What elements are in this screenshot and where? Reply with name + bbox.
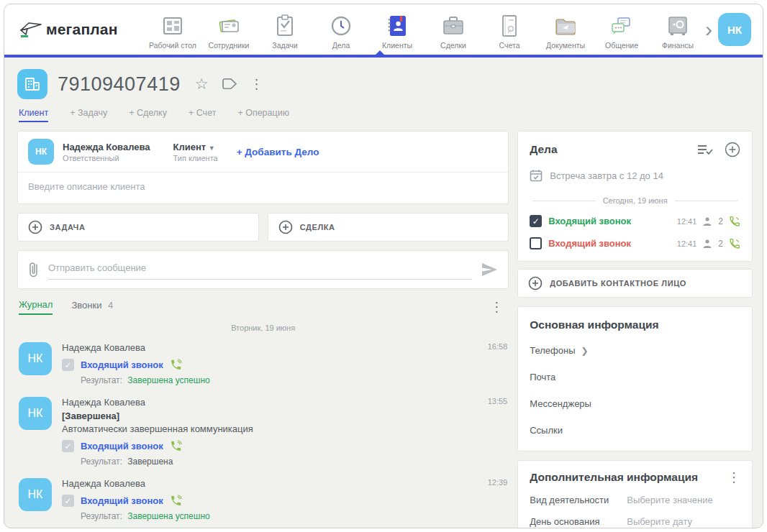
responsible-role-label: Ответственный (63, 154, 150, 162)
avatar[interactable]: НК (19, 397, 52, 430)
add-task-label: ЗАДАЧА (50, 223, 85, 231)
entry-status: [Завершена] (62, 411, 507, 421)
nav-item-finance[interactable]: Финансы (652, 9, 704, 50)
feed-tab-calls-label: Звонки (71, 300, 101, 311)
nav-item-affairs[interactable]: Дела (315, 9, 367, 50)
avatar[interactable]: НК (19, 478, 52, 511)
today-divider: Сегодня, 19 июня (532, 196, 738, 205)
dashboard-icon (160, 14, 186, 38)
add-task-button[interactable]: ЗАДАЧА (17, 213, 259, 242)
nav-label: Финансы (662, 41, 694, 50)
result-label: Результат: (81, 511, 122, 521)
entry-author[interactable]: Надежда Ковалева (62, 342, 145, 353)
phone-icon[interactable] (170, 495, 182, 507)
nav-item-documents[interactable]: Документы (540, 9, 591, 50)
dela-checkbox-checked[interactable]: ✓ (530, 215, 542, 227)
call-checkbox[interactable]: ✓ (62, 495, 74, 507)
incoming-call-link[interactable]: Входящий звонок (81, 495, 163, 506)
entry-author[interactable]: Надежда Ковалева (62, 397, 145, 408)
feed-tab-calls[interactable]: Звонки 4 (71, 300, 113, 314)
nav-label: Счета (499, 41, 520, 50)
entry-author[interactable]: Надежда Ковалева (62, 478, 145, 489)
entity-tabs: Клиент + Задачу + Сделку + Счет + Операц… (19, 108, 753, 122)
incoming-call-missed-link[interactable]: Входящий звонок (548, 238, 631, 249)
phone-icon[interactable] (729, 216, 740, 227)
phone-icon[interactable] (729, 238, 740, 249)
nav-label: Общение (605, 41, 638, 50)
phone-icon[interactable] (170, 440, 182, 452)
incoming-call-link[interactable]: Входящий звонок (81, 359, 163, 370)
extra-row-label: Вид деятельности (530, 495, 627, 505)
tab-add-deal[interactable]: + Сделку (129, 108, 167, 122)
tab-client[interactable]: Клиент (19, 108, 48, 122)
call-checkbox[interactable]: ✓ (62, 359, 74, 371)
nav-item-communication[interactable]: Общение (596, 9, 648, 50)
tab-add-task[interactable]: + Задачу (70, 108, 107, 122)
client-description-placeholder[interactable]: Введите описание клиента (18, 172, 508, 203)
meeting-quick-input[interactable]: Встреча завтра с 12 до 14 (530, 169, 740, 182)
dela-checkbox-unchecked[interactable] (530, 237, 542, 249)
plus-circle-icon (528, 276, 543, 290)
dela-time: 12:41 (677, 217, 697, 226)
tab-add-invoice[interactable]: + Счет (189, 108, 216, 122)
extra-row-value-placeholder[interactable]: Выберите дату (627, 516, 692, 527)
add-deal-button[interactable]: СДЕЛКА (268, 213, 509, 242)
send-icon[interactable] (481, 262, 498, 277)
client-type-dropdown[interactable]: Клиент ▼ (173, 142, 218, 152)
extra-row-value-placeholder[interactable]: Выберите значение (627, 495, 712, 505)
employees-icon (216, 14, 242, 38)
message-input[interactable] (48, 260, 472, 280)
megaplan-logo[interactable]: мегаплан (19, 20, 141, 39)
incoming-call-done-link[interactable]: Входящий звонок (548, 216, 631, 226)
info-row-links[interactable]: Ссылки (530, 417, 740, 444)
call-checkbox[interactable]: ✓ (62, 440, 74, 452)
list-check-icon[interactable] (697, 144, 713, 155)
info-row-label: Почта (530, 372, 555, 382)
nav-accent-line (4, 55, 763, 58)
favorite-star-icon[interactable]: ☆ (195, 75, 209, 93)
tag-icon[interactable] (222, 78, 237, 90)
nav-item-invoices[interactable]: Счета (484, 9, 535, 50)
nav-item-employees[interactable]: Сотрудники (203, 9, 255, 50)
plus-circle-icon (28, 220, 42, 234)
feed-entry: НК Надежда Ковалева 13:55 [Завершена] Ав… (17, 391, 509, 472)
responsible-name[interactable]: Надежда Ковалева (63, 142, 150, 152)
feed-kebab-menu-icon[interactable]: ⋮ (490, 301, 503, 313)
phone-icon[interactable] (170, 359, 182, 371)
chevron-right-icon: ❯ (581, 346, 589, 356)
call-recording-player: Запись разговора 00:00 (62, 527, 465, 528)
responsible-avatar[interactable]: НК (28, 139, 54, 165)
header-kebab-menu-icon[interactable]: ⋮ (250, 78, 263, 91)
tab-add-operation[interactable]: + Операцию (237, 108, 289, 122)
client-type-value: Клиент (173, 142, 206, 152)
info-row-phones[interactable]: Телефоны ❯ (530, 337, 740, 364)
invoice-icon (496, 14, 522, 38)
info-row-messengers[interactable]: Мессенджеры (530, 390, 740, 417)
nav-item-deals[interactable]: Сделки (427, 9, 479, 50)
nav-more-chevron-icon[interactable]: › (705, 9, 712, 50)
nav-label: Клиенты (382, 41, 412, 50)
info-row-label: Телефоны (530, 345, 575, 356)
nav-item-clients[interactable]: Клиенты (371, 9, 423, 50)
extra-info-kebab-icon[interactable]: ⋮ (727, 471, 740, 484)
logo-text: мегаплан (46, 21, 118, 38)
avatar[interactable]: НК (19, 342, 52, 375)
nav-item-tasks[interactable]: Задачи (259, 9, 311, 50)
add-delo-plus-icon[interactable] (725, 142, 740, 157)
entry-time: 16:58 (488, 342, 508, 353)
nav-label: Документы (546, 41, 585, 50)
attach-paperclip-icon[interactable] (28, 260, 40, 279)
extra-info-card: Дополнительная информация ⋮ Вид деятельн… (517, 460, 753, 528)
message-composer (17, 250, 509, 289)
add-delo-link[interactable]: + Добавить Дело (237, 147, 319, 157)
info-row-email[interactable]: Почта (530, 364, 740, 390)
clients-book-icon (384, 14, 410, 38)
dela-card: Дела (517, 131, 753, 262)
user-avatar[interactable]: НК (718, 13, 751, 46)
dela-time: 12:41 (677, 239, 697, 248)
add-contact-button[interactable]: ДОБАВИТЬ КОНТАКТНОЕ ЛИЦО (517, 269, 753, 298)
nav-item-dashboard[interactable]: Рабочий стол (147, 9, 199, 50)
result-value: Завершена успешно (127, 511, 209, 521)
feed-tab-journal[interactable]: Журнал (19, 299, 53, 315)
incoming-call-link[interactable]: Входящий звонок (81, 441, 163, 451)
